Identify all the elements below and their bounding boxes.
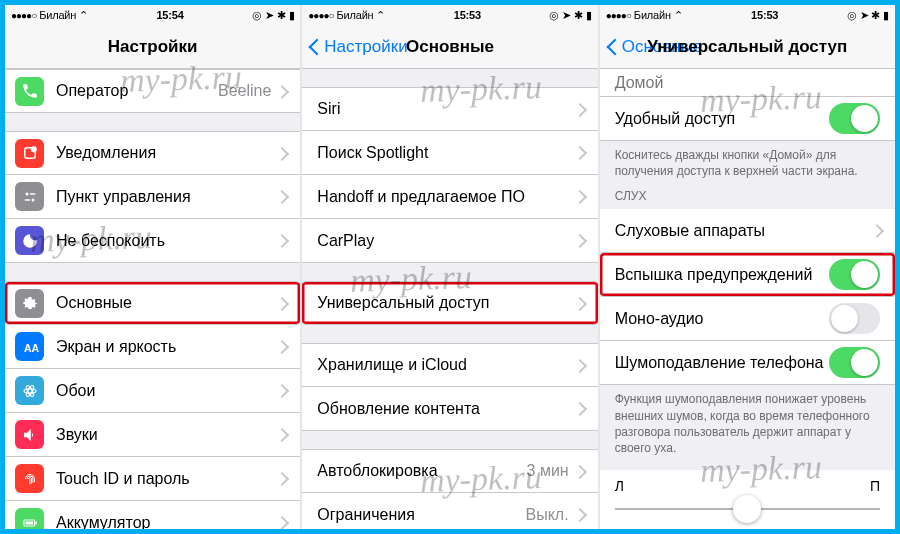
cell-label: Экран и яркость [56,338,277,356]
cell-storage[interactable]: Хранилище и iCloud [302,343,597,387]
cell-sounds[interactable]: Звуки [5,413,300,457]
mono-audio-toggle[interactable] [829,303,880,334]
back-label: Основные [622,37,703,57]
accessibility-pane: ●●●●○ Билайн ⌃ 15:53 ◎➤✱▮ Основные Униве… [600,5,895,529]
battery-icon [15,508,44,529]
balance-slider[interactable] [615,508,880,510]
chevron-right-icon [575,234,583,247]
accessibility-list: Домой Удобный доступ Коснитесь дважды кн… [600,69,895,529]
chevron-right-icon [277,472,285,485]
navbar: Настройки Основные [302,25,597,69]
chevron-right-icon [575,359,583,372]
cell-refresh[interactable]: Обновление контента [302,387,597,431]
general-list: Siri Поиск Spotlight Handoff и предлагае… [302,69,597,529]
control-center-icon [15,182,44,211]
svg-rect-12 [25,521,33,524]
cell-accessibility[interactable]: Универсальный доступ [302,281,597,325]
cell-label: Обои [56,382,277,400]
chevron-left-icon [606,37,618,57]
cell-label: Аккумулятор [56,514,277,530]
chevron-right-icon [277,384,285,397]
cell-notifications[interactable]: Уведомления [5,131,300,175]
notifications-icon [15,139,44,168]
page-title: Настройки [5,37,300,57]
svg-rect-13 [35,521,37,524]
chevron-right-icon [575,190,583,203]
svg-text:AA: AA [24,341,39,353]
back-label: Настройки [324,37,407,57]
chevron-right-icon [277,297,285,310]
fingerprint-icon [15,464,44,493]
battery-icon: ▮ [289,9,295,22]
cell-mono-audio[interactable]: Моно-аудио [600,297,895,341]
chevron-right-icon [575,465,583,478]
cell-label: Пункт управления [56,188,277,206]
settings-list: Оператор Beeline Уведомления Пункт управ… [5,69,300,529]
cell-control-center[interactable]: Пункт управления [5,175,300,219]
cell-balance-slider: Л П [600,470,895,529]
status-bar: ●●●●○ Билайн ⌃ 15:53 ◎➤✱▮ [302,5,597,25]
chevron-right-icon [575,508,583,521]
footer-text: Коснитесь дважды кнопки «Домой» для полу… [600,141,895,183]
cell-battery[interactable]: Аккумулятор [5,501,300,529]
chevron-right-icon [277,428,285,441]
svg-point-1 [30,146,36,152]
chevron-right-icon [277,340,285,353]
chevron-right-icon [575,146,583,159]
wifi-icon: ⌃ [79,9,88,22]
chevron-right-icon [277,147,285,160]
general-pane: ●●●●○ Билайн ⌃ 15:53 ◎➤✱▮ Настройки Осно… [302,5,597,529]
display-icon: AA [15,332,44,361]
cell-siri[interactable]: Siri [302,87,597,131]
cell-operator[interactable]: Оператор Beeline [5,69,300,113]
chevron-right-icon [575,297,583,310]
sounds-icon [15,420,44,449]
cell-label: Уведомления [56,144,277,162]
section-header-hearing: СЛУХ [600,183,895,209]
wallpaper-icon [15,376,44,405]
svg-point-2 [25,192,28,195]
cell-noise-cancel[interactable]: Шумоподавление телефона [600,341,895,385]
back-button[interactable]: Основные [600,37,703,57]
navbar: Настройки [5,25,300,69]
slider-thumb[interactable] [733,495,761,523]
status-bar: ●●●●○ Билайн ⌃ 15:54 ◎➤✱▮ [5,5,300,25]
cell-restrictions[interactable]: ОграниченияВыкл. [302,493,597,529]
chevron-right-icon [277,85,285,98]
cell-spotlight[interactable]: Поиск Spotlight [302,131,597,175]
cell-handoff[interactable]: Handoff и предлагаемое ПО [302,175,597,219]
cell-display[interactable]: AA Экран и яркость [5,325,300,369]
cell-label: Основные [56,294,277,312]
cell-dnd[interactable]: Не беспокоить [5,219,300,263]
cell-wallpaper[interactable]: Обои [5,369,300,413]
cell-autolock[interactable]: Автоблокировка3 мин [302,449,597,493]
chevron-right-icon [575,103,583,116]
cell-general[interactable]: Основные [5,281,300,325]
chevron-right-icon [277,234,285,247]
noise-cancel-toggle[interactable] [829,347,880,378]
chevron-right-icon [872,224,880,237]
svg-rect-5 [24,199,29,201]
cell-touchid[interactable]: Touch ID и пароль [5,457,300,501]
status-bar: ●●●●○ Билайн ⌃ 15:53 ◎➤✱▮ [600,5,895,25]
cell-label: Не беспокоить [56,232,277,250]
chevron-right-icon [277,516,285,529]
cell-reachability[interactable]: Удобный доступ [600,97,895,141]
led-flash-toggle[interactable] [829,259,880,290]
reachability-toggle[interactable] [829,103,880,134]
chevron-left-icon [308,37,320,57]
phone-icon [15,77,44,106]
cell-label: Звуки [56,426,277,444]
cell-label: Touch ID и пароль [56,470,277,488]
chevron-right-icon [575,402,583,415]
settings-pane: ●●●●○ Билайн ⌃ 15:54 ◎➤✱▮ Настройки Опер… [5,5,300,529]
svg-point-8 [24,388,36,393]
chevron-right-icon [277,190,285,203]
cell-led-flash[interactable]: Вспышка предупреждений [600,253,895,297]
balance-right-label: П [870,478,880,494]
back-button[interactable]: Настройки [302,37,407,57]
cell-hearing-aids[interactable]: Слуховые аппараты [600,209,895,253]
moon-icon [15,226,44,255]
cell-carplay[interactable]: CarPlay [302,219,597,263]
cell-home[interactable]: Домой [600,69,895,97]
